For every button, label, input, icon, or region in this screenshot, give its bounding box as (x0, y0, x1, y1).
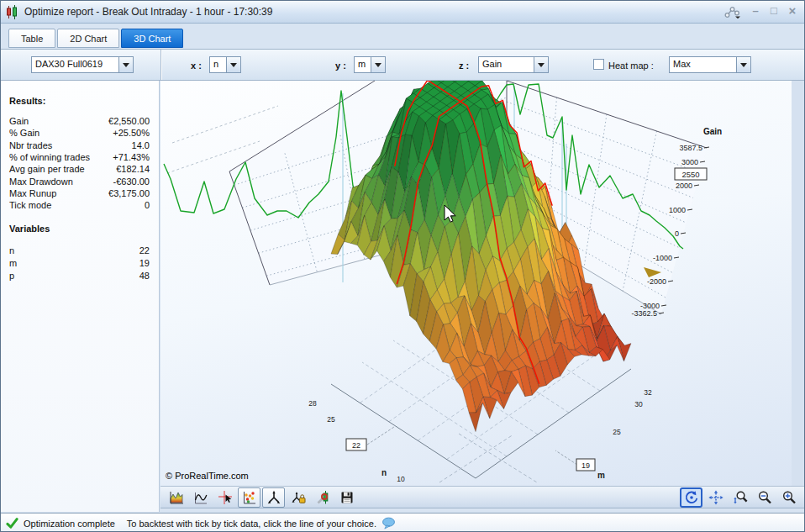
result-row: Max Drawdown-€630.00 (9, 176, 150, 188)
candlestick-app-icon (5, 5, 19, 19)
svg-text:32: 32 (644, 388, 652, 397)
heatmap-mode-select[interactable]: Max (669, 56, 751, 73)
results-panel: Results: Gain€2,550.00% Gain+25.50%Nbr t… (1, 81, 160, 512)
right-margin (792, 81, 805, 508)
status-message: To backtest with tick by tick data, clic… (127, 519, 376, 529)
toolbar-separator (160, 50, 161, 80)
zoom-in-button[interactable] (777, 487, 800, 508)
zoom-out-button[interactable] (753, 487, 776, 508)
row-value: +71.43% (113, 152, 150, 162)
instrument-value: DAX30 Full0619 (32, 57, 118, 72)
svg-text:2000: 2000 (676, 182, 692, 190)
y-axis-select[interactable]: m (354, 56, 386, 73)
y-axis-value: m (355, 57, 371, 72)
optimize-report-window: Optimize report - Break Out Intraday - 1… (0, 0, 805, 532)
dropdown-arrow-icon[interactable] (118, 57, 133, 72)
svg-text:3587.5: 3587.5 (679, 144, 702, 152)
row-value: 14.0 (132, 140, 150, 150)
status-bar: Optimization complete To backtest with t… (1, 513, 804, 532)
title-bar[interactable]: Optimize report - Break Out Intraday - 1… (1, 1, 804, 24)
svg-text:n: n (381, 468, 387, 477)
row-value: €182.14 (116, 164, 150, 174)
result-row: n22 (9, 245, 150, 257)
row-label: Max Runup (9, 188, 56, 198)
result-row: p48 (9, 271, 150, 282)
instrument-select[interactable]: DAX30 Full0619 (31, 56, 134, 73)
success-check-icon (6, 517, 18, 529)
svg-text:30: 30 (634, 400, 643, 408)
rotate-button[interactable] (680, 487, 702, 508)
svg-text:25: 25 (327, 415, 335, 424)
svg-text:22: 22 (352, 441, 360, 450)
variables-title: Variables (9, 224, 50, 234)
heatmap-mode-value: Max (670, 57, 736, 72)
row-label: m (9, 258, 17, 268)
heatmap-checkbox[interactable] (593, 59, 604, 70)
dropdown-arrow-icon[interactable] (534, 57, 548, 72)
row-label: Nbr trades (9, 140, 52, 150)
result-row: Max Runup€3,175.00 (9, 188, 150, 200)
control-toolbar: DAX30 Full0619 x : n y : m z : Gain Heat… (1, 50, 804, 81)
result-row: % of winning trades+71.43% (9, 152, 150, 164)
chart-toolbar (160, 486, 805, 508)
svg-text:Gain: Gain (703, 127, 722, 136)
chart-toolbar-right (679, 487, 801, 508)
heatmap-label: Heat map : (608, 61, 654, 71)
axes-3d-button[interactable] (262, 487, 285, 508)
tab-2d-chart[interactable]: 2D Chart (57, 29, 119, 48)
row-value: 22 (139, 245, 150, 255)
surface-chart-button[interactable] (165, 487, 187, 508)
axes-lock-button[interactable] (287, 487, 309, 508)
row-label: % Gain (9, 128, 39, 138)
tab-table[interactable]: Table (8, 29, 55, 48)
svg-text:1000: 1000 (669, 206, 686, 214)
result-row: % Gain+25.50% (9, 128, 150, 140)
svg-text:-3362.5: -3362.5 (631, 309, 657, 318)
report-tabs: Table2D Chart3D Chart (8, 29, 183, 49)
svg-text:3000: 3000 (681, 158, 698, 166)
y-axis-label: y : (335, 61, 346, 71)
window-title: Optimize report - Break Out Intraday - 1… (24, 6, 272, 18)
x-axis-select[interactable]: n (209, 56, 241, 73)
maximize-button[interactable]: □ (766, 3, 782, 18)
result-row: m19 (9, 258, 150, 270)
row-label: p (9, 271, 14, 281)
share-icon[interactable] (723, 6, 742, 20)
status-text: Optimization complete (24, 519, 115, 529)
svg-text:© ProRealTime.com: © ProRealTime.com (166, 471, 249, 481)
row-value: €3,175.00 (108, 188, 150, 198)
z-axis-value: Gain (479, 57, 534, 72)
row-label: Max Drawdown (9, 176, 73, 187)
minimize-button[interactable]: – (747, 3, 764, 18)
line-chart-button[interactable] (189, 487, 212, 508)
dropdown-arrow-icon[interactable] (736, 57, 750, 72)
svg-text:10: 10 (397, 475, 405, 483)
svg-text:2550: 2550 (681, 170, 699, 179)
zoom-scale-button[interactable] (729, 487, 751, 508)
chat-bubble-icon[interactable] (381, 517, 396, 529)
results-title: Results: (9, 96, 45, 106)
x-axis-value: n (210, 57, 226, 72)
close-button[interactable]: × (784, 3, 801, 18)
row-label: % of winning trades (9, 152, 90, 162)
scatter-points-button[interactable] (238, 487, 260, 508)
svg-text:25: 25 (613, 428, 621, 436)
pan-button[interactable] (704, 487, 727, 508)
tab-3d-chart[interactable]: 3D Chart (121, 29, 183, 48)
save-button[interactable] (335, 487, 358, 508)
chart-settings-button[interactable] (311, 487, 334, 508)
svg-text:-1000: -1000 (653, 254, 672, 262)
surface-3d-chart[interactable]: Gain3587.53000200010000-1000-2000-3000-3… (160, 81, 792, 486)
svg-text:28: 28 (308, 399, 317, 408)
dropdown-arrow-icon[interactable] (226, 57, 240, 72)
result-row: Gain€2,550.00 (9, 116, 150, 128)
result-row: Nbr trades14.0 (9, 140, 150, 152)
row-value: +25.50% (113, 128, 150, 138)
row-label: Gain (9, 116, 29, 126)
row-value: 48 (139, 271, 150, 281)
dropdown-arrow-icon[interactable] (371, 57, 385, 72)
crosshair-button[interactable] (213, 487, 236, 508)
z-axis-select[interactable]: Gain (478, 56, 549, 73)
z-axis-label: z : (459, 61, 469, 71)
result-row: Tick mode0 (9, 200, 150, 212)
